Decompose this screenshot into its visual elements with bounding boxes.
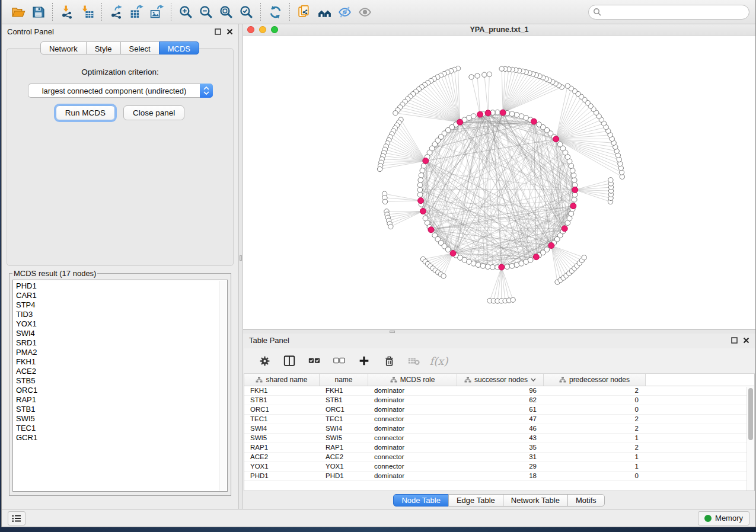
table-row[interactable]: SWI4SWI4dominator462 <box>244 424 754 434</box>
table-cell[interactable]: connector <box>368 462 457 471</box>
network-node[interactable] <box>537 122 542 127</box>
mcds-network-node[interactable] <box>428 227 434 233</box>
table-row[interactable]: PHD1PHD1dominator180 <box>244 472 754 481</box>
table-cell[interactable]: SWI4 <box>320 424 368 433</box>
table-cell[interactable]: 2 <box>544 415 646 424</box>
network-node[interactable] <box>514 112 519 117</box>
table-cell[interactable]: dominator <box>368 472 457 480</box>
table-row[interactable]: ACE2ACE2connector311 <box>244 453 754 462</box>
network-node[interactable] <box>509 111 515 117</box>
network-node[interactable] <box>441 274 446 278</box>
network-node[interactable] <box>572 178 577 183</box>
table-cell[interactable]: connector <box>368 415 457 424</box>
optimization-criterion-select[interactable]: largest connected component (undirected) <box>28 84 213 98</box>
mcds-network-node[interactable] <box>553 136 559 142</box>
table-cell[interactable]: dominator <box>368 405 457 414</box>
table-cell[interactable]: FKH1 <box>244 386 320 395</box>
network-node[interactable] <box>509 263 515 268</box>
network-overview-icon[interactable] <box>314 2 334 21</box>
network-node[interactable] <box>476 262 481 268</box>
tab-select[interactable]: Select <box>120 41 160 55</box>
column-header-name[interactable]: name <box>320 374 368 386</box>
zoom-selected-icon[interactable] <box>236 2 256 21</box>
run-mcds-button[interactable]: Run MCDS <box>56 105 115 120</box>
mcds-network-node[interactable] <box>570 203 576 209</box>
table-row[interactable]: TEC1TEC1connector472 <box>244 415 754 424</box>
table-cell[interactable]: 61 <box>457 405 544 414</box>
network-node[interactable] <box>388 224 393 229</box>
table-row[interactable]: RAP1RAP1dominator352 <box>244 443 754 453</box>
table-cell[interactable]: ACE2 <box>320 453 368 462</box>
mcds-network-node[interactable] <box>499 264 505 270</box>
table-cell[interactable]: STB1 <box>320 396 368 405</box>
table-cell[interactable]: 43 <box>457 434 544 443</box>
table-cell[interactable]: 46 <box>457 424 544 433</box>
table-cell[interactable]: ACE2 <box>244 453 320 462</box>
tab-node-table[interactable]: Node Table <box>393 494 449 507</box>
float-panel-icon[interactable] <box>731 335 738 346</box>
table-cell[interactable]: TEC1 <box>244 415 320 424</box>
select-all-rows-icon[interactable] <box>307 353 322 368</box>
column-header-successor-nodes[interactable]: successor nodes <box>457 374 544 386</box>
splitter-handle[interactable] <box>390 331 395 333</box>
network-node[interactable] <box>469 75 474 79</box>
scrollbar-track[interactable] <box>219 281 227 491</box>
mcds-result-item[interactable]: FKH1 <box>16 357 216 367</box>
network-node[interactable] <box>557 142 563 147</box>
deselect-all-rows-icon[interactable] <box>331 353 347 368</box>
network-node[interactable] <box>608 178 613 182</box>
table-cell[interactable]: TEC1 <box>320 415 368 424</box>
memory-button[interactable]: Memory <box>698 511 749 525</box>
tab-network[interactable]: Network <box>40 41 87 55</box>
network-node[interactable] <box>445 247 451 252</box>
tab-mcds[interactable]: MCDS <box>159 41 199 55</box>
mcds-result-item[interactable]: SWI5 <box>16 414 216 424</box>
refresh-icon[interactable] <box>265 2 285 21</box>
network-node[interactable] <box>480 263 486 268</box>
network-node[interactable] <box>382 199 387 204</box>
table-cell[interactable]: YOX1 <box>244 462 320 471</box>
import-table-icon[interactable] <box>77 2 97 21</box>
table-cell[interactable]: dominator <box>368 396 457 405</box>
mcds-network-node[interactable] <box>548 242 554 248</box>
table-cell[interactable]: 2 <box>544 424 646 433</box>
table-cell[interactable]: 0 <box>544 405 646 414</box>
network-node[interactable] <box>418 178 423 183</box>
table-cell[interactable]: 2 <box>544 443 646 452</box>
table-scrollbar[interactable] <box>747 387 754 491</box>
tab-edge-table[interactable]: Edge Table <box>448 494 503 507</box>
table-cell[interactable]: 2 <box>544 386 646 395</box>
table-cell[interactable]: FKH1 <box>320 386 368 395</box>
network-node[interactable] <box>582 255 586 260</box>
table-cell[interactable]: 1 <box>544 434 646 443</box>
zoom-in-icon[interactable] <box>176 2 196 21</box>
network-node[interactable] <box>565 84 570 88</box>
zoom-fit-icon[interactable] <box>216 2 236 21</box>
network-node[interactable] <box>475 73 480 78</box>
network-node[interactable] <box>511 297 515 302</box>
mcds-network-node[interactable] <box>457 119 463 125</box>
network-node[interactable] <box>528 257 533 262</box>
mcds-result-item[interactable]: TID3 <box>16 310 216 319</box>
mcds-network-node[interactable] <box>423 158 429 164</box>
table-cell[interactable]: YOX1 <box>320 462 368 471</box>
network-window-titlebar[interactable]: YPA_prune.txt_1 <box>243 24 755 36</box>
mcds-network-node[interactable] <box>485 110 491 116</box>
mcds-result-item[interactable]: STB5 <box>16 376 216 386</box>
scrollbar-thumb[interactable] <box>748 388 753 440</box>
mcds-result-item[interactable]: TEC1 <box>16 424 216 433</box>
table-cell[interactable]: dominator <box>368 443 457 452</box>
table-cell[interactable]: 31 <box>457 453 544 462</box>
network-canvas[interactable] <box>243 36 755 329</box>
network-node[interactable] <box>417 182 423 188</box>
mcds-result-item[interactable]: ACE2 <box>16 367 216 376</box>
table-cell[interactable]: ORC1 <box>320 405 368 414</box>
network-node[interactable] <box>417 192 423 197</box>
mcds-result-item[interactable]: CAR1 <box>16 291 216 300</box>
table-row[interactable]: FKH1FKH1dominator962 <box>244 386 754 396</box>
mcds-network-node[interactable] <box>531 118 537 124</box>
table-cell[interactable]: 35 <box>457 443 544 452</box>
zoom-out-icon[interactable] <box>196 2 216 21</box>
tab-network-table[interactable]: Network Table <box>503 494 568 507</box>
mcds-result-item[interactable]: PMA2 <box>16 348 216 357</box>
